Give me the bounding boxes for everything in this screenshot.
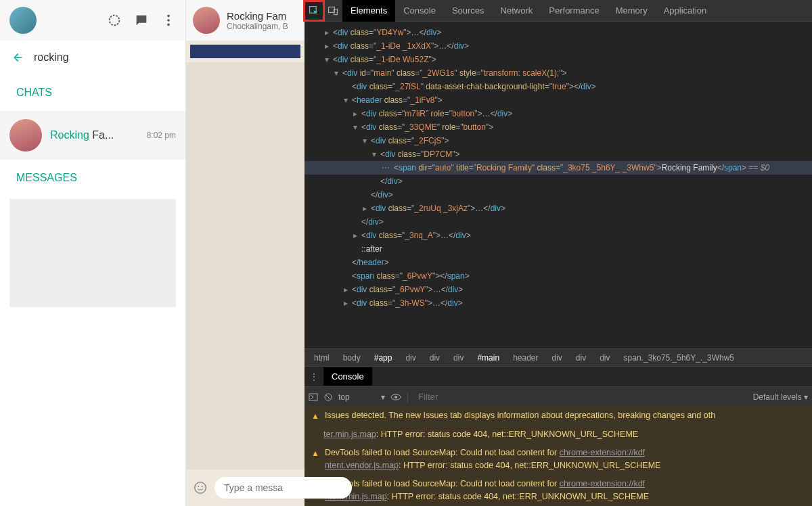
search-input[interactable] bbox=[34, 51, 169, 64]
console-filter-input[interactable] bbox=[414, 390, 516, 403]
crumb-div[interactable]: div bbox=[447, 353, 470, 363]
breadcrumb: html body #app div div div #main header … bbox=[304, 348, 812, 366]
chat-header-name: Rocking Fam bbox=[227, 10, 288, 22]
chat-input-bar bbox=[186, 469, 304, 506]
warning-icon: ▲ bbox=[311, 447, 319, 460]
crumb-main[interactable]: #main bbox=[470, 353, 506, 363]
console-warning-row: ter.min.js.map: HTTP error: status code … bbox=[304, 426, 812, 444]
device-toggle-icon[interactable] bbox=[323, 1, 342, 20]
chat-result-row[interactable]: Rocking Fa... 8:02 pm bbox=[0, 111, 185, 160]
chat-body[interactable] bbox=[186, 62, 304, 469]
scope-select[interactable]: top ▾ bbox=[338, 392, 385, 402]
crumb-div[interactable]: div bbox=[593, 353, 616, 363]
tab-sources[interactable]: Sources bbox=[444, 0, 493, 22]
tab-application[interactable]: Application bbox=[656, 0, 715, 22]
clear-console-icon[interactable] bbox=[323, 392, 333, 402]
svg-point-1 bbox=[167, 15, 170, 18]
sidebar-header bbox=[0, 0, 185, 41]
inspect-element-icon[interactable] bbox=[304, 1, 323, 20]
live-expression-icon[interactable] bbox=[390, 393, 401, 401]
crumb-app[interactable]: #app bbox=[367, 353, 399, 363]
crumb-body[interactable]: body bbox=[336, 353, 367, 363]
chat-time: 8:02 pm bbox=[147, 131, 176, 140]
message-input[interactable] bbox=[215, 477, 352, 499]
console-warning-row: ▲ DevTools failed to load SourceMap: Cou… bbox=[304, 475, 812, 506]
svg-point-2 bbox=[167, 19, 170, 22]
chat-avatar bbox=[9, 119, 42, 152]
crumb-span[interactable]: span._3ko75._5h6Y_._3Whw5 bbox=[617, 353, 741, 363]
search-bar: ✕ bbox=[0, 41, 185, 74]
new-chat-icon[interactable] bbox=[134, 13, 149, 28]
crumb-header[interactable]: header bbox=[506, 353, 545, 363]
crumb-div[interactable]: div bbox=[569, 353, 593, 363]
warning-icon: ▲ bbox=[311, 410, 319, 423]
section-messages-label: MESSAGES bbox=[0, 160, 185, 196]
console-output: ▲ Issues detected. The new Issues tab di… bbox=[304, 407, 812, 506]
console-tab[interactable]: Console bbox=[323, 367, 372, 386]
chat-header-subtitle: Chockalingam, B bbox=[227, 22, 288, 31]
chat-panel: Rocking Fam Chockalingam, B bbox=[186, 0, 304, 506]
chat-sidebar: ✕ CHATS Rocking Fa... 8:02 pm MESSAGES bbox=[0, 0, 186, 506]
crumb-div[interactable]: div bbox=[423, 353, 447, 363]
svg-point-3 bbox=[167, 24, 170, 26]
user-avatar[interactable] bbox=[9, 7, 37, 34]
console-sidebar-toggle-icon[interactable] bbox=[309, 392, 318, 402]
selected-dom-node[interactable]: <span dir="auto" title="Rocking Family" … bbox=[304, 161, 812, 175]
chat-header-avatar[interactable] bbox=[193, 7, 220, 34]
chat-banner bbox=[190, 45, 300, 58]
devtools-panel: Elements Console Sources Network Perform… bbox=[304, 0, 812, 506]
tab-console[interactable]: Console bbox=[395, 0, 444, 22]
svg-point-5 bbox=[198, 486, 199, 487]
svg-point-4 bbox=[195, 482, 206, 494]
tab-memory[interactable]: Memory bbox=[608, 0, 656, 22]
status-icon[interactable] bbox=[107, 13, 122, 28]
message-result-blurred bbox=[9, 199, 176, 307]
tab-performance[interactable]: Performance bbox=[541, 0, 607, 22]
chat-title: Rocking Fa... bbox=[50, 129, 139, 141]
console-issues-banner[interactable]: ▲ Issues detected. The new Issues tab di… bbox=[304, 407, 812, 426]
elements-tree[interactable]: ▸<div class="YD4Yw">…</div> ▸<div class=… bbox=[304, 22, 812, 348]
crumb-div[interactable]: div bbox=[545, 353, 569, 363]
console-toolbar: top ▾ | Default levels ▾ bbox=[304, 386, 812, 407]
devtools-tabs: Elements Console Sources Network Perform… bbox=[342, 0, 715, 22]
crumb-div[interactable]: div bbox=[399, 353, 422, 363]
console-menu-icon[interactable]: ⋮ bbox=[304, 367, 323, 386]
svg-point-0 bbox=[110, 16, 120, 26]
devtools-toolbar: Elements Console Sources Network Perform… bbox=[304, 0, 812, 22]
back-arrow-icon[interactable] bbox=[9, 50, 24, 65]
emoji-icon[interactable] bbox=[193, 480, 208, 495]
log-levels-select[interactable]: Default levels ▾ bbox=[753, 392, 808, 402]
chat-header: Rocking Fam Chockalingam, B bbox=[186, 0, 304, 41]
svg-point-6 bbox=[202, 486, 203, 487]
crumb-html[interactable]: html bbox=[307, 353, 336, 363]
section-chats-label: CHATS bbox=[0, 74, 185, 111]
tab-elements[interactable]: Elements bbox=[342, 0, 395, 22]
svg-point-13 bbox=[394, 396, 397, 398]
tab-network[interactable]: Network bbox=[493, 0, 541, 22]
console-drawer-header: ⋮ Console bbox=[304, 366, 812, 386]
console-warning-row: ▲ DevTools failed to load SourceMap: Cou… bbox=[304, 444, 812, 475]
menu-icon[interactable] bbox=[161, 13, 176, 28]
